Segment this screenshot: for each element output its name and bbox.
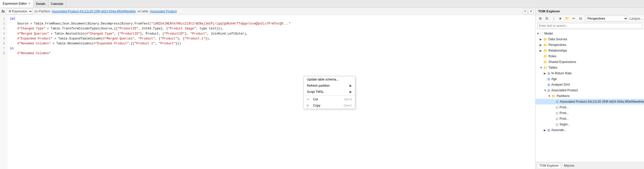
- context-menu-separator: [304, 95, 355, 96]
- roles-icon: 📁: [543, 54, 547, 58]
- code-content[interactable]: let Source = Table.FromRows(Json.Documen…: [7, 15, 535, 169]
- context-menu-cut[interactable]: ✂ Cut Ctrl+X: [304, 96, 355, 102]
- formula-actions: ↺ ✗: [522, 9, 534, 14]
- tab-details[interactable]: Details: [33, 0, 48, 7]
- assoc-partition-icon: ⚙: [556, 100, 559, 104]
- tom-grid-btn[interactable]: ⊞: [537, 16, 543, 21]
- partitions-label: Partitions: [557, 94, 570, 98]
- tab-expression-editor-label: Expression Editor: [3, 2, 27, 5]
- formula-table-link[interactable]: Associated Product: [150, 10, 176, 13]
- tab-calendar[interactable]: Calendar: [48, 0, 66, 7]
- tree-item-associated-product[interactable]: ▼ ⊞ Associated Product: [536, 87, 644, 93]
- tree-item-return-rate[interactable]: ▶ ⊞ % Return Rate: [536, 70, 644, 76]
- tree-item-analysis-dax[interactable]: ▶ ⊞ Analysis DAX: [536, 82, 644, 87]
- context-menu-copy-label: Copy: [313, 104, 320, 107]
- associated-product-icon: ⊞: [547, 88, 550, 92]
- context-menu-update-schema[interactable]: Update table schema...: [304, 76, 355, 83]
- tom-explorer-title: TOM Explorer: [536, 8, 644, 15]
- expression-editor-panel: fx M Expression on Partition Associated …: [0, 8, 536, 169]
- context-menu-refresh-partition-label: Refresh partition: [307, 84, 330, 87]
- copy-shortcut: Ctrl+C: [344, 104, 352, 107]
- tom-tree-btn[interactable]: ⋮: [550, 16, 557, 21]
- prod2-label: Prod...: [560, 111, 569, 115]
- tree-item-associati[interactable]: ▶ ⊞ Associati...: [536, 127, 644, 133]
- return-rate-label: % Return Rate: [551, 71, 572, 75]
- tom-lang-label: Langua...: [630, 17, 642, 20]
- tom-bottom-tab-macros[interactable]: Macros: [562, 163, 576, 168]
- tree-item-prod2[interactable]: ▶ ⊟ Prod...: [536, 110, 644, 116]
- prod3-label: Prod...: [560, 117, 569, 120]
- associated-product-arrow: ▼: [544, 89, 547, 92]
- prod1-label: Prod...: [560, 106, 569, 109]
- formula-partition-link[interactable]: Associated Product-43c12c26-259f-4d24-93…: [52, 10, 136, 13]
- context-menu: Update table schema... Refresh partition…: [304, 76, 355, 109]
- tree-item-assoc-partition[interactable]: ▶ ⚙ Associated Product-43c12c26-259f-4d2…: [536, 99, 644, 104]
- code-editor[interactable]: 1 2 3 4 5 6 7 8 let Source = Table.FromR…: [0, 15, 535, 169]
- tables-arrow: ▼: [540, 66, 543, 69]
- line-numbers: 1 2 3 4 5 6 7 8: [0, 15, 7, 169]
- analysis-dax-icon: ⊞: [547, 83, 550, 87]
- segm-icon: ⊟: [556, 123, 558, 126]
- tom-edit-btn[interactable]: ✏: [571, 16, 577, 21]
- cut-icon: ✂: [307, 98, 311, 101]
- tree-item-segm[interactable]: ▶ ⊟ Segm...: [536, 122, 644, 127]
- tables-label: Tables: [548, 66, 557, 69]
- associati-icon: ⊞: [547, 128, 550, 132]
- assoc-partition-label: Associated Product-43c12c26-259f-4d24-93…: [560, 100, 644, 103]
- tree-item-age[interactable]: ▶ ⊞ Age: [536, 76, 644, 82]
- associati-label: Associati...: [551, 128, 566, 132]
- tree-item-perspectives[interactable]: ▶ 📁 Perspectives: [536, 42, 644, 48]
- tree-item-prod3[interactable]: ▶ ⊟ Prod...: [536, 116, 644, 122]
- tab-expression-editor-close[interactable]: ✕: [28, 2, 30, 5]
- tom-search-input[interactable]: [537, 23, 642, 29]
- formula-on-text: on Partition: [34, 10, 50, 13]
- tree-item-roles[interactable]: ▶ 📁 Roles: [536, 53, 644, 59]
- tab-details-label: Details: [36, 2, 45, 6]
- tom-perspectives-select[interactable]: Perspectives: [585, 16, 628, 21]
- script-tmsl-arrow: ▶: [350, 90, 352, 94]
- context-menu-copy[interactable]: ⎘ Copy Ctrl+C: [304, 102, 355, 109]
- formula-accept-btn[interactable]: ↺: [522, 9, 527, 14]
- shared-expressions-icon: 📁: [543, 60, 547, 64]
- tree-item-partitions[interactable]: ▼ 📁 Partitions: [536, 93, 644, 99]
- context-menu-script-tmsl[interactable]: Script TMSL ▶: [304, 89, 355, 95]
- associated-product-label: Associated Product: [551, 88, 578, 92]
- formula-cancel-btn[interactable]: ✗: [529, 9, 534, 14]
- context-menu-script-tmsl-label: Script TMSL: [307, 90, 324, 94]
- context-menu-update-schema-label: Update table schema...: [307, 78, 339, 81]
- tom-columns-btn[interactable]: ⊟: [577, 16, 584, 21]
- tree-item-shared-expressions[interactable]: ▶ 📁 Shared Expressions: [536, 59, 644, 65]
- prod1-icon: ⊟: [556, 106, 558, 109]
- tom-bottom-tab-macros-label: Macros: [564, 164, 574, 167]
- tree-item-prod1[interactable]: ▶ ⊟ Prod...: [536, 104, 644, 110]
- cut-shortcut: Ctrl+X: [344, 98, 352, 101]
- perspectives-arrow: ▶: [540, 43, 543, 47]
- tab-expression-editor[interactable]: Expression Editor ✕: [0, 0, 33, 7]
- relationships-arrow: ▶: [540, 49, 543, 52]
- tree-item-tables[interactable]: ▼ 📁 Tables: [536, 65, 644, 70]
- tom-folder-btn[interactable]: 📁: [564, 16, 570, 21]
- tree-item-relationships[interactable]: ▶ 📁 Relationships: [536, 48, 644, 53]
- return-rate-icon: ⊞: [547, 71, 550, 75]
- tree-item-model[interactable]: ▼ ⬚ Model: [536, 31, 644, 36]
- age-icon: ⊞: [547, 77, 550, 81]
- formula-type-select[interactable]: M Expression: [6, 9, 33, 14]
- tree-item-data-sources[interactable]: ▶ 📁 Data Sources: [536, 36, 644, 42]
- model-label: Model: [544, 32, 553, 35]
- tom-bottom-tab-explorer-label: TOM Explorer: [539, 164, 558, 167]
- top-tab-bar: Expression Editor ✕ Details Calendar: [0, 0, 644, 8]
- partitions-arrow: ▼: [548, 94, 552, 98]
- prod2-icon: ⊟: [556, 111, 558, 115]
- analysis-dax-label: Analysis DAX: [551, 83, 570, 86]
- main-layout: fx M Expression on Partition Associated …: [0, 8, 644, 169]
- tables-icon: 📁: [543, 66, 547, 70]
- tom-search-bar: [536, 22, 644, 30]
- tom-star-btn[interactable]: ★: [557, 16, 563, 21]
- tom-bottom-tab-explorer[interactable]: TOM Explorer: [537, 163, 561, 168]
- tom-list-btn[interactable]: ☰: [544, 16, 550, 21]
- model-icon: ⬚: [540, 32, 543, 36]
- context-menu-refresh-partition[interactable]: Refresh partition ▶: [304, 83, 355, 89]
- partitions-icon: 📁: [552, 94, 556, 98]
- segm-label: Segm...: [560, 123, 570, 126]
- age-label: Age: [551, 77, 557, 81]
